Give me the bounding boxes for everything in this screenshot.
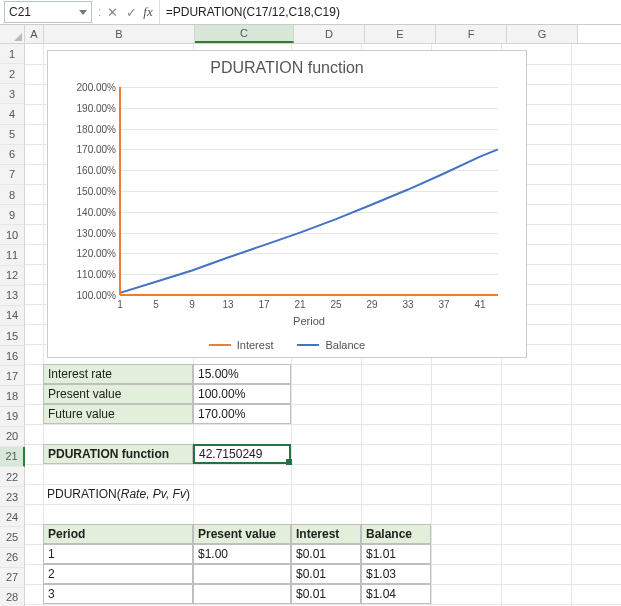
row-header-20[interactable]: 20 bbox=[0, 427, 24, 447]
col-header-C[interactable]: C bbox=[195, 25, 294, 43]
row-header-11[interactable]: 11 bbox=[0, 245, 24, 265]
table-cell-period[interactable]: 3 bbox=[43, 584, 193, 604]
fx-icon[interactable]: fx bbox=[141, 4, 158, 20]
label-present-value[interactable]: Present value bbox=[43, 384, 193, 404]
name-box-value: C21 bbox=[9, 5, 31, 19]
row-header-col: 1234567891011121314151617181920212223242… bbox=[0, 44, 25, 606]
row-header-3[interactable]: 3 bbox=[0, 84, 24, 104]
chart[interactable]: PDURATION function 100.00%110.00%120.00%… bbox=[47, 50, 527, 358]
cancel-icon[interactable]: ✕ bbox=[103, 5, 122, 20]
y-tick: 110.00% bbox=[66, 269, 116, 280]
table-cell-balance[interactable]: $1.03 bbox=[361, 564, 431, 584]
name-box[interactable]: C21 bbox=[4, 1, 92, 23]
row-header-6[interactable]: 6 bbox=[0, 145, 24, 165]
sheet[interactable]: PDURATION function 100.00%110.00%120.00%… bbox=[25, 44, 621, 606]
value-interest-rate[interactable]: 15.00% bbox=[193, 364, 291, 384]
chart-title: PDURATION function bbox=[48, 59, 526, 77]
legend-swatch-balance bbox=[297, 344, 319, 346]
table-cell-pv[interactable] bbox=[193, 584, 291, 604]
row-header-17[interactable]: 17 bbox=[0, 366, 24, 386]
plot-area: 100.00%110.00%120.00%130.00%140.00%150.0… bbox=[120, 87, 498, 296]
formula-input[interactable]: =PDURATION(C17/12,C18,C19) bbox=[159, 0, 621, 24]
row-header-7[interactable]: 7 bbox=[0, 165, 24, 185]
syntax-close: ) bbox=[186, 487, 190, 501]
y-tick: 180.00% bbox=[66, 123, 116, 134]
x-tick: 17 bbox=[254, 299, 274, 310]
table-header-balance[interactable]: Balance bbox=[361, 524, 431, 544]
table-header-pv[interactable]: Present value bbox=[193, 524, 291, 544]
table-cell-balance[interactable]: $1.01 bbox=[361, 544, 431, 564]
y-tick: 100.00% bbox=[66, 290, 116, 301]
table-cell-pv[interactable]: $1.00 bbox=[193, 544, 291, 564]
row-header-15[interactable]: 15 bbox=[0, 326, 24, 346]
syntax-hint: PDURATION(Rate, Pv, Fv) bbox=[43, 484, 343, 504]
table-cell-pv[interactable] bbox=[193, 564, 291, 584]
row-header-22[interactable]: 22 bbox=[0, 467, 24, 487]
table-cell-period[interactable]: 2 bbox=[43, 564, 193, 584]
y-tick: 200.00% bbox=[66, 82, 116, 93]
row-header-1[interactable]: 1 bbox=[0, 44, 24, 64]
row-header-5[interactable]: 5 bbox=[0, 125, 24, 145]
x-tick: 33 bbox=[398, 299, 418, 310]
row-header-14[interactable]: 14 bbox=[0, 306, 24, 326]
table-cell-period[interactable]: 1 bbox=[43, 544, 193, 564]
y-tick: 190.00% bbox=[66, 102, 116, 113]
row-header-28[interactable]: 28 bbox=[0, 588, 24, 606]
table-cell-interest[interactable]: $0.01 bbox=[291, 564, 361, 584]
grid-body: 1234567891011121314151617181920212223242… bbox=[0, 44, 621, 606]
row-header-24[interactable]: 24 bbox=[0, 507, 24, 527]
accept-icon[interactable]: ✓ bbox=[122, 5, 141, 20]
label-pduration-result[interactable]: PDURATION function bbox=[43, 444, 193, 464]
x-tick: 37 bbox=[434, 299, 454, 310]
chevron-down-icon[interactable] bbox=[79, 10, 87, 15]
legend-label-balance: Balance bbox=[325, 339, 365, 351]
table-cell-balance[interactable]: $1.04 bbox=[361, 584, 431, 604]
formula-text: =PDURATION(C17/12,C18,C19) bbox=[166, 5, 340, 19]
x-tick: 21 bbox=[290, 299, 310, 310]
formula-bar: C21 : ✕ ✓ fx =PDURATION(C17/12,C18,C19) bbox=[0, 0, 621, 25]
row-header-8[interactable]: 8 bbox=[0, 185, 24, 205]
row-header-26[interactable]: 26 bbox=[0, 548, 24, 568]
row-header-18[interactable]: 18 bbox=[0, 386, 24, 406]
table-cell-interest[interactable]: $0.01 bbox=[291, 584, 361, 604]
select-all-corner[interactable] bbox=[0, 25, 25, 43]
x-tick: 5 bbox=[146, 299, 166, 310]
row-header-4[interactable]: 4 bbox=[0, 104, 24, 124]
value-present-value[interactable]: 100.00% bbox=[193, 384, 291, 404]
table-cell-interest[interactable]: $0.01 bbox=[291, 544, 361, 564]
row-header-19[interactable]: 19 bbox=[0, 407, 24, 427]
y-tick: 140.00% bbox=[66, 206, 116, 217]
row-header-10[interactable]: 10 bbox=[0, 225, 24, 245]
col-header-E[interactable]: E bbox=[365, 25, 436, 43]
selected-cell[interactable]: 42.7150249 bbox=[193, 444, 291, 464]
row-header-9[interactable]: 9 bbox=[0, 205, 24, 225]
table-header-interest[interactable]: Interest bbox=[291, 524, 361, 544]
x-tick: 9 bbox=[182, 299, 202, 310]
legend-label-interest: Interest bbox=[237, 339, 274, 351]
col-header-F[interactable]: F bbox=[436, 25, 507, 43]
col-header-D[interactable]: D bbox=[294, 25, 365, 43]
row-header-13[interactable]: 13 bbox=[0, 286, 24, 306]
table-header-period[interactable]: Period bbox=[43, 524, 193, 544]
col-header-A[interactable]: A bbox=[25, 25, 44, 43]
col-header-G[interactable]: G bbox=[507, 25, 578, 43]
y-tick: 160.00% bbox=[66, 165, 116, 176]
row-header-2[interactable]: 2 bbox=[0, 64, 24, 84]
row-header-27[interactable]: 27 bbox=[0, 568, 24, 588]
row-header-12[interactable]: 12 bbox=[0, 266, 24, 286]
label-interest-rate[interactable]: Interest rate bbox=[43, 364, 193, 384]
col-header-B[interactable]: B bbox=[44, 25, 195, 43]
value-future-value[interactable]: 170.00% bbox=[193, 404, 291, 424]
y-tick: 150.00% bbox=[66, 186, 116, 197]
legend-swatch-interest bbox=[209, 344, 231, 346]
series-line bbox=[120, 149, 498, 293]
row-header-25[interactable]: 25 bbox=[0, 527, 24, 547]
x-tick: 1 bbox=[110, 299, 130, 310]
x-tick: 29 bbox=[362, 299, 382, 310]
column-header-row: A B C D E F G bbox=[0, 25, 621, 44]
label-future-value[interactable]: Future value bbox=[43, 404, 193, 424]
separator: : bbox=[96, 5, 103, 19]
row-header-16[interactable]: 16 bbox=[0, 346, 24, 366]
row-header-23[interactable]: 23 bbox=[0, 487, 24, 507]
row-header-21[interactable]: 21 bbox=[0, 447, 25, 467]
